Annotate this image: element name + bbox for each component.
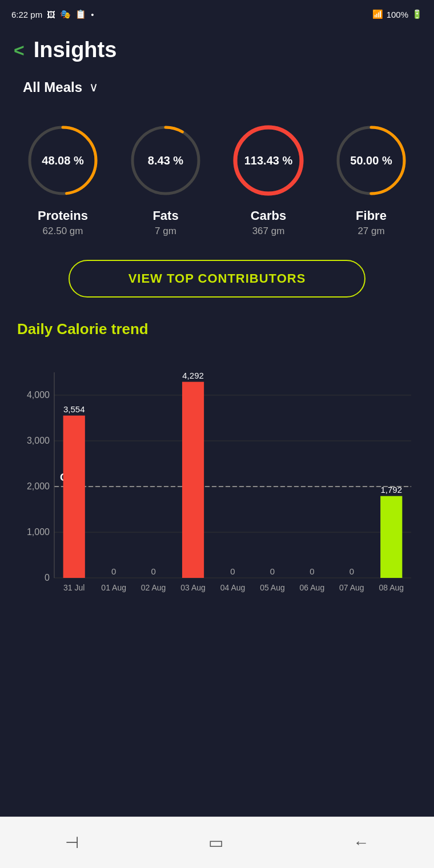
svg-text:1,792: 1,792 <box>381 485 403 495</box>
fibre-circle: 50.00 % <box>329 118 413 203</box>
status-left: 6:22 pm 🖼 🎭 📋 • <box>11 9 94 19</box>
svg-text:0: 0 <box>349 566 354 576</box>
nav-home[interactable]: ▭ <box>208 833 223 852</box>
nutrient-circles: 48.08 % Proteins62.50 gm 8.43 % Fats7 gm… <box>0 101 434 248</box>
nutrient-fats: 8.43 % Fats7 gm <box>123 118 208 237</box>
wifi-icon: 📶 <box>372 9 383 19</box>
svg-text:08 Aug: 08 Aug <box>379 583 404 592</box>
back-button[interactable]: < <box>14 41 25 59</box>
svg-text:1,000: 1,000 <box>27 527 50 537</box>
carbs-name: Carbs <box>251 208 286 223</box>
svg-text:31 Jul: 31 Jul <box>63 583 85 592</box>
meal-selector[interactable]: All Meals ∨ <box>23 79 411 95</box>
battery-icon: 🔋 <box>412 9 423 19</box>
photo-icon: 🖼 <box>47 10 55 19</box>
carbs-circle: 113.43 % <box>226 118 311 203</box>
proteins-percent: 48.08 % <box>42 154 83 167</box>
header: < Insights <box>0 29 434 68</box>
svg-text:0: 0 <box>151 566 155 576</box>
fats-name: Fats <box>152 208 178 223</box>
svg-text:3,000: 3,000 <box>27 436 50 445</box>
chart-title: Daily Calorie trend <box>17 320 417 338</box>
proteins-amount: 62.50 gm <box>43 226 83 237</box>
bottom-nav: ⊣ ▭ ← <box>0 817 434 868</box>
nav-recent[interactable]: ⊣ <box>65 833 79 852</box>
home-icon: ▭ <box>208 833 223 852</box>
svg-text:0: 0 <box>270 566 275 576</box>
fibre-name: Fibre <box>356 208 387 223</box>
chart-wrapper: 01,0002,0003,0004,000Goal3,55431 Jul001 … <box>17 349 417 612</box>
svg-text:05 Aug: 05 Aug <box>260 583 285 592</box>
svg-text:0: 0 <box>310 566 314 576</box>
carbs-percent: 113.43 % <box>244 154 293 167</box>
svg-text:03 Aug: 03 Aug <box>180 583 206 592</box>
svg-text:06 Aug: 06 Aug <box>300 583 325 592</box>
fibre-percent: 50.00 % <box>350 154 392 167</box>
bar-chart: 01,0002,0003,0004,000Goal3,55431 Jul001 … <box>17 349 417 612</box>
svg-text:0: 0 <box>111 566 116 576</box>
proteins-circle: 48.08 % <box>21 118 105 203</box>
carbs-amount: 367 gm <box>252 226 285 237</box>
svg-text:04 Aug: 04 Aug <box>220 583 246 592</box>
dot-icon: • <box>91 10 94 19</box>
svg-text:0: 0 <box>45 573 50 582</box>
chevron-down-icon: ∨ <box>89 80 98 95</box>
status-bar: 6:22 pm 🖼 🎭 📋 • 📶 100% 🔋 <box>0 0 434 29</box>
proteins-name: Proteins <box>38 208 88 223</box>
battery-pct: 100% <box>387 10 408 19</box>
back-icon: ← <box>353 834 369 852</box>
svg-text:0: 0 <box>230 566 235 576</box>
recent-icon: ⊣ <box>65 833 79 852</box>
svg-text:2,000: 2,000 <box>27 481 50 491</box>
svg-text:02 Aug: 02 Aug <box>141 583 166 592</box>
svg-text:3,554: 3,554 <box>63 404 85 414</box>
status-right: 📶 100% 🔋 <box>372 9 423 19</box>
fibre-amount: 27 gm <box>357 226 384 237</box>
view-top-contributors-button[interactable]: VIEW TOP CONTRIBUTORS <box>69 260 365 298</box>
storage-icon: 📋 <box>75 9 86 19</box>
fats-percent: 8.43 % <box>148 154 183 167</box>
chart-section: Daily Calorie trend 01,0002,0003,0004,00… <box>0 315 434 817</box>
svg-text:4,000: 4,000 <box>27 390 50 400</box>
svg-text:07 Aug: 07 Aug <box>339 583 364 592</box>
svg-rect-28 <box>182 382 204 578</box>
time: 6:22 pm <box>11 10 42 19</box>
nutrient-carbs: 113.43 % Carbs367 gm <box>226 118 311 237</box>
fats-amount: 7 gm <box>155 226 176 237</box>
nutrient-fibre: 50.00 % Fibre27 gm <box>329 118 413 237</box>
svg-text:01 Aug: 01 Aug <box>101 583 126 592</box>
page-title: Insights <box>34 38 117 62</box>
fats-circle: 8.43 % <box>123 118 208 203</box>
svg-rect-21 <box>63 416 85 578</box>
meal-selector-label: All Meals <box>23 79 82 95</box>
svg-rect-39 <box>380 496 402 578</box>
nav-back[interactable]: ← <box>353 834 369 852</box>
media-icon: 🎭 <box>60 9 71 19</box>
nutrient-proteins: 48.08 % Proteins62.50 gm <box>21 118 105 237</box>
svg-text:4,292: 4,292 <box>182 371 204 380</box>
